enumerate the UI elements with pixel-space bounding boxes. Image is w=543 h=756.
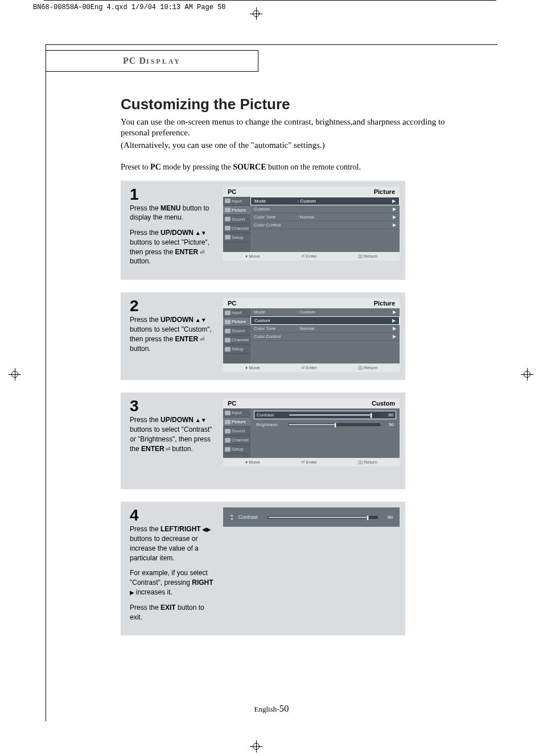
step-2-text: Press the UP/DOWN ▲▼ buttons to select "…	[130, 315, 217, 353]
page-frame: PC DISPLAY Customizing the Picture You c…	[44, 44, 499, 721]
step-3: 3 Press the UP/DOWN ▲▼ buttons to select…	[121, 393, 405, 489]
step-4: 4 Press the LEFT/RIGHT ◀▶ buttons to dec…	[121, 502, 405, 635]
step-3-number: 3	[130, 398, 217, 414]
osd-screenshot-2: PCPicture Input Picture Sound Channel Se…	[223, 298, 400, 372]
step-1-number: 1	[130, 187, 217, 203]
left-rule	[46, 44, 46, 721]
preset-note: Preset to PC mode by pressing the SOURCE…	[121, 163, 488, 172]
step-1: 1 Press the MENU button to display the m…	[121, 181, 405, 280]
osd-screenshot-1: PCPicture Input Picture Sound Channel Se…	[223, 187, 400, 272]
osd-screenshot-4: ▲▼ Contrast 90	[223, 507, 400, 527]
osd-main: Mode: Custom▶ Custom▶ Color Tone: Normal…	[250, 197, 400, 252]
osd-sidebar: Input Picture Sound Channel Setup	[223, 197, 250, 252]
step-4-number: 4	[130, 507, 217, 523]
page-footer: English-50	[44, 703, 499, 714]
up-down-icon: ▲▼	[230, 513, 234, 521]
slider-brightness: Brightness 50	[254, 421, 396, 428]
crop-mark-left	[9, 369, 22, 381]
crop-mark-top	[250, 8, 262, 19]
crop-mark-bottom	[250, 741, 262, 752]
doc-slug: BN68-00858A-00Eng 4.qxd 1/9/04 10:13 AM …	[33, 3, 225, 11]
page-title: Customizing the Picture	[121, 96, 488, 113]
section-tab-text: PC DISPLAY	[123, 56, 181, 66]
crop-mark-right	[521, 369, 534, 381]
intro-1: You can use the on-screen menus to chang…	[121, 117, 452, 138]
top-rule	[46, 44, 497, 45]
section-tab: PC DISPLAY	[46, 50, 258, 72]
step-2: 2 Press the UP/DOWN ▲▼ buttons to select…	[121, 292, 405, 380]
step-2-number: 2	[130, 298, 217, 314]
step-4-text: Press the LEFT/RIGHT ◀▶ buttons to decre…	[130, 524, 217, 622]
step-1-text: Press the MENU button to display the men…	[130, 204, 217, 267]
crop-mark	[44, 0, 496, 1]
slider-contrast: Contrast 90	[254, 411, 396, 419]
intro-2: (Alternatively, you can use one of the "…	[121, 141, 488, 150]
content: Customizing the Picture You can use the …	[121, 96, 488, 648]
step-3-text: Press the UP/DOWN ▲▼ buttons to select "…	[130, 415, 217, 453]
osd-screenshot-3: PCCustom Input Picture Sound Channel Set…	[223, 398, 400, 481]
